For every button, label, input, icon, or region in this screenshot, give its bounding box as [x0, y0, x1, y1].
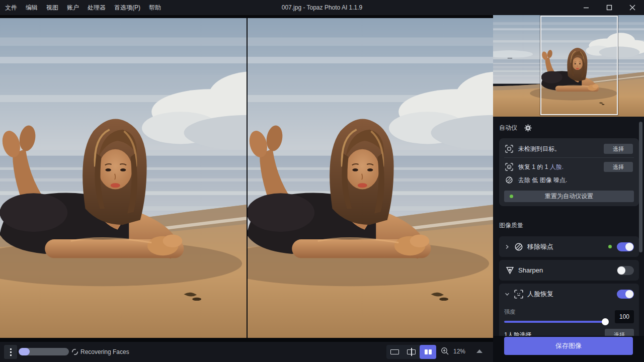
filter-header-remove-noise[interactable]: 移除噪点	[499, 236, 639, 257]
window-controls	[575, 0, 644, 15]
filter-card-remove-noise: 移除噪点	[499, 236, 639, 257]
close-button[interactable]	[621, 0, 644, 15]
noise-filter-icon	[514, 242, 523, 251]
spinner-icon	[71, 348, 78, 355]
remove-noise-text: 去除 低 图像 噪点.	[518, 176, 567, 185]
autopilot-row-noise: 去除 低 图像 噪点.	[504, 173, 634, 187]
minimize-button[interactable]	[575, 0, 598, 15]
split-view-icon	[407, 348, 416, 356]
face-count-link[interactable]: 人脸.	[550, 163, 564, 170]
progress-bar	[19, 348, 69, 355]
title-bar: 文件 编辑 视图 账户 处理器 首选项(P) 帮助 007.jpg - Topa…	[0, 0, 644, 15]
menu-preferences[interactable]: 首选项(P)	[114, 4, 140, 12]
face-recovery-text: 恢复 1 的 1 人脸.	[518, 163, 564, 171]
close-icon	[629, 5, 635, 11]
face-recovery-settings: 强度 100 1人脸选择 选择	[499, 308, 639, 336]
image-canvas	[0, 15, 493, 342]
autopilot-title: 自动仪	[499, 124, 517, 132]
menu-edit[interactable]: 编辑	[26, 4, 38, 12]
before-image-panel[interactable]	[0, 18, 247, 338]
status-bar: Recovering Faces 12%	[0, 342, 493, 362]
sharpen-toggle[interactable]	[617, 266, 634, 275]
filter-card-sharpen: Sharpen	[499, 260, 639, 281]
navigator-thumbnail[interactable]	[493, 15, 644, 117]
filter-header-sharpen[interactable]: Sharpen	[499, 260, 639, 281]
filter-label: 人脸恢复	[527, 290, 553, 299]
image-quality-title: 图像质量	[499, 221, 639, 230]
view-mode-group	[386, 345, 436, 359]
filter-header-face-recovery[interactable]: 人脸恢复	[499, 284, 639, 304]
chevron-right-icon[interactable]	[504, 244, 510, 250]
menu-help[interactable]: 帮助	[149, 4, 161, 12]
split-view-button[interactable]	[403, 345, 420, 359]
after-photo	[248, 18, 493, 338]
menu-file[interactable]: 文件	[5, 4, 17, 12]
zoom-in-icon[interactable]	[441, 347, 449, 355]
select-target-button[interactable]: 选择	[604, 144, 633, 154]
settings-panel: 自动仪	[493, 15, 644, 362]
filter-label: Sharpen	[518, 266, 543, 274]
chevron-down-icon[interactable]	[504, 291, 510, 297]
queue-menu-button[interactable]	[4, 345, 17, 359]
single-view-button[interactable]	[386, 345, 403, 359]
navigator-viewport-rect[interactable]	[540, 16, 618, 115]
menu-account[interactable]: 账户	[67, 4, 79, 12]
slider-knob[interactable]	[602, 318, 609, 325]
menu-view[interactable]: 视图	[46, 4, 58, 12]
menu-bar: 文件 编辑 视图 账户 处理器 首选项(P) 帮助	[0, 4, 161, 12]
autopilot-row-no-target: 未检测到目标。 选择	[504, 142, 634, 155]
noise-icon	[505, 176, 513, 184]
no-target-text: 未检测到目标。	[518, 145, 560, 153]
progress-fill	[19, 348, 30, 355]
maximize-icon	[606, 5, 612, 11]
before-photo	[0, 18, 247, 338]
filter-card-face-recovery: 人脸恢复 强度 100 1人脸选择 选择	[499, 284, 639, 336]
toggle-knob	[625, 243, 633, 251]
select-face-button[interactable]: 选择	[604, 162, 633, 172]
gear-icon[interactable]	[524, 124, 532, 132]
panel-scrollbar[interactable]	[639, 122, 642, 252]
side-by-side-view-button[interactable]	[420, 345, 436, 359]
autopilot-card: 未检测到目标。 选择 恢复 1 的 1 人脸. 选择	[499, 138, 639, 206]
zoom-caret-icon[interactable]	[476, 349, 482, 353]
menu-processor[interactable]: 处理器	[88, 4, 106, 12]
autopilot-status-dot	[510, 195, 513, 198]
status-text: Recovering Faces	[80, 348, 129, 355]
face-detect-icon	[505, 163, 513, 171]
toggle-knob	[617, 266, 625, 275]
target-icon	[505, 145, 513, 153]
panel-scroll-area: 自动仪	[493, 117, 644, 336]
autopilot-row-face: 恢复 1 的 1 人脸. 选择	[504, 160, 634, 173]
side-by-side-icon	[425, 349, 432, 354]
save-area: 保存图像	[493, 336, 644, 362]
single-view-icon	[390, 349, 399, 354]
toggle-knob	[625, 290, 633, 298]
maximize-button[interactable]	[598, 0, 621, 15]
face-selection-label: 1人脸选择	[504, 331, 532, 336]
autopilot-enabled-dot	[608, 245, 612, 248]
strength-value-field[interactable]: 100	[615, 310, 634, 323]
filter-label: 移除噪点	[527, 242, 553, 251]
strength-slider[interactable]	[504, 318, 608, 325]
app-window: 文件 编辑 视图 账户 处理器 首选项(P) 帮助 007.jpg - Topa…	[0, 0, 644, 362]
remove-noise-toggle[interactable]	[617, 242, 634, 251]
face-recovery-icon	[514, 290, 523, 299]
after-image-panel[interactable]	[248, 18, 493, 338]
sharpen-icon	[506, 266, 514, 275]
select-faces-button[interactable]: 选择	[605, 329, 634, 336]
minimize-icon	[583, 5, 589, 11]
zoom-level[interactable]: 12%	[453, 348, 465, 355]
zoom-control: 12%	[441, 347, 482, 355]
face-selection-row: 1人脸选择 选择	[504, 328, 634, 336]
autopilot-divider	[504, 157, 634, 158]
slider-fill	[504, 321, 608, 323]
save-image-button[interactable]: 保存图像	[504, 337, 633, 355]
face-recovery-toggle[interactable]	[617, 290, 634, 299]
reset-autopilot-button[interactable]: 重置为自动仪设置	[504, 191, 634, 202]
